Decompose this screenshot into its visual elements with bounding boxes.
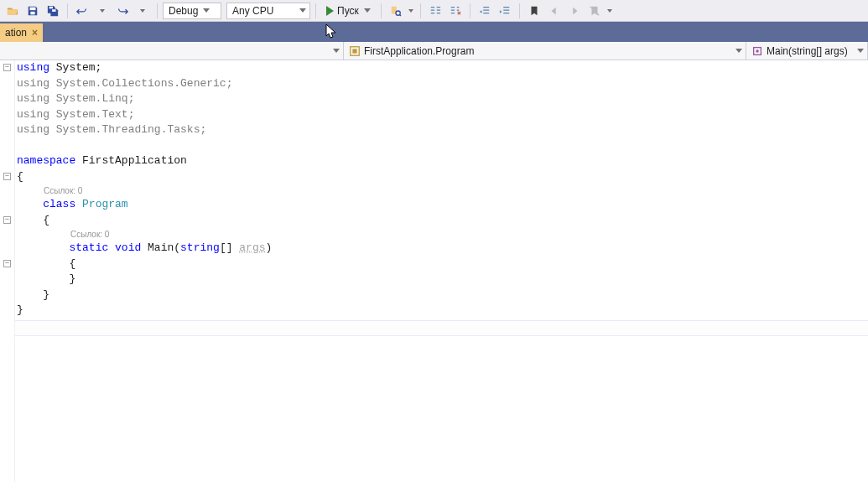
- keyword: using: [17, 77, 49, 90]
- document-tab-well: ation ×: [0, 22, 868, 42]
- find-in-files-icon[interactable]: [387, 2, 405, 20]
- comment-icon[interactable]: [426, 2, 444, 20]
- open-icon[interactable]: [3, 2, 22, 20]
- svg-rect-1: [30, 11, 34, 14]
- codelens[interactable]: Ссылок: 0: [17, 184, 868, 197]
- svg-rect-9: [352, 49, 356, 53]
- code-text: System.Text;: [49, 108, 134, 121]
- prev-bookmark-icon: [545, 2, 564, 20]
- editor-gutter: − − − −: [0, 60, 15, 482]
- code-text: System.Threading.Tasks;: [49, 123, 206, 136]
- dropdown-tri-icon[interactable]: [133, 2, 152, 20]
- mouse-cursor-icon: [325, 23, 337, 40]
- close-icon[interactable]: ×: [32, 27, 38, 39]
- chevron-down-icon: [203, 8, 210, 13]
- svg-rect-2: [49, 6, 53, 8]
- editor-nav-bar: FirstApplication.Program Main(string[] a…: [0, 42, 868, 60]
- code-editor[interactable]: − − − − using System; using System.Colle…: [0, 60, 868, 482]
- main-toolbar: Debug Any CPU Пуск: [0, 0, 868, 22]
- keyword: static: [69, 241, 108, 254]
- brace: {: [43, 214, 49, 226]
- separator: [420, 3, 421, 18]
- keyword: using: [17, 61, 49, 74]
- svg-point-11: [756, 49, 759, 53]
- current-line-highlight: [15, 320, 868, 336]
- platform-combo[interactable]: Any CPU: [226, 3, 310, 19]
- class-combo[interactable]: FirstApplication.Program: [344, 42, 746, 60]
- keyword: using: [17, 123, 49, 136]
- keyword: string: [180, 241, 220, 254]
- svg-rect-3: [52, 9, 55, 12]
- run-button-label: Пуск: [337, 5, 359, 17]
- class-name: Program: [75, 198, 127, 210]
- clear-bookmarks-icon: [585, 2, 604, 20]
- keyword: using: [17, 92, 49, 105]
- file-tab[interactable]: ation ×: [0, 23, 43, 42]
- method-icon: [751, 45, 763, 57]
- fold-toggle-icon[interactable]: −: [3, 173, 11, 180]
- brace: }: [43, 288, 49, 301]
- project-scope-combo[interactable]: [0, 42, 344, 60]
- indent-icon[interactable]: [496, 2, 514, 20]
- dropdown-tri-icon[interactable]: [93, 2, 112, 20]
- save-all-icon[interactable]: [44, 2, 62, 20]
- brace: {: [17, 170, 23, 183]
- run-button[interactable]: Пуск: [321, 2, 376, 20]
- chevron-down-icon: [364, 8, 371, 13]
- member-combo-label: Main(string[] args): [767, 45, 848, 57]
- dropdown-tri-icon[interactable]: [606, 2, 614, 20]
- outdent-icon[interactable]: [476, 2, 494, 20]
- brace: {: [69, 257, 75, 270]
- config-combo[interactable]: Debug: [163, 3, 221, 19]
- play-icon: [326, 6, 334, 16]
- code-text: Main(: [141, 241, 180, 254]
- separator: [67, 3, 68, 18]
- keyword: void: [108, 241, 141, 254]
- separator: [157, 3, 158, 18]
- platform-combo-label: Any CPU: [232, 5, 273, 17]
- class-combo-label: FirstApplication.Program: [364, 45, 474, 57]
- svg-rect-0: [30, 7, 36, 10]
- code-text: System.Linq;: [49, 92, 134, 105]
- fold-toggle-icon[interactable]: −: [3, 260, 11, 267]
- member-combo[interactable]: Main(string[] args): [746, 42, 868, 60]
- dropdown-tri-icon[interactable]: [407, 2, 415, 20]
- brace: }: [69, 272, 75, 285]
- separator: [519, 3, 520, 18]
- code-text: System;: [49, 61, 101, 74]
- chevron-down-icon: [299, 8, 306, 13]
- keyword: class: [43, 198, 75, 210]
- config-combo-label: Debug: [169, 5, 198, 17]
- code-text: FirstApplication: [75, 154, 187, 167]
- bookmark-icon[interactable]: [525, 2, 543, 20]
- fold-toggle-icon[interactable]: −: [3, 64, 11, 71]
- code-text: System.Collections.Generic;: [49, 77, 232, 90]
- brace: }: [17, 303, 23, 316]
- chevron-down-icon: [857, 49, 864, 53]
- undo-icon[interactable]: [73, 2, 91, 20]
- chevron-down-icon: [735, 49, 742, 53]
- redo-icon[interactable]: [113, 2, 132, 20]
- code-text: ): [266, 241, 273, 254]
- separator: [470, 3, 470, 18]
- chevron-down-icon: [333, 49, 340, 53]
- svg-line-6: [399, 14, 401, 16]
- keyword: namespace: [17, 154, 75, 167]
- codelens[interactable]: Ссылок: 0: [17, 228, 868, 241]
- file-tab-label: ation: [5, 27, 27, 39]
- save-icon[interactable]: [23, 2, 42, 20]
- next-bookmark-icon: [565, 2, 584, 20]
- class-icon: [349, 45, 361, 57]
- fold-toggle-icon[interactable]: −: [3, 216, 11, 224]
- param-name: args: [239, 241, 265, 254]
- code-area[interactable]: using System; using System.Collections.G…: [15, 60, 868, 482]
- separator: [315, 3, 316, 18]
- keyword: using: [17, 108, 49, 121]
- separator: [381, 3, 382, 18]
- code-text: []: [220, 241, 239, 254]
- uncomment-icon[interactable]: [446, 2, 465, 20]
